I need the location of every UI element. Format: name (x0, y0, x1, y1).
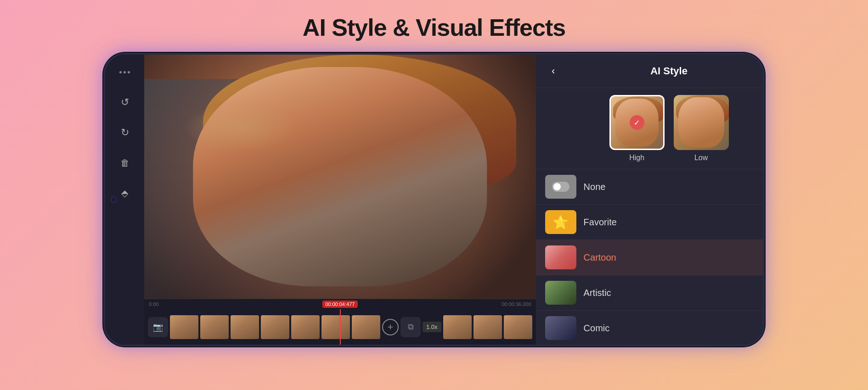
time-end: 00:00:36.000 (502, 301, 531, 307)
style-label-artistic: Artistic (584, 288, 765, 298)
track-thumb-6 (321, 315, 350, 339)
playhead (340, 309, 341, 345)
ai-style-header: ‹ AI Style 🏪 (536, 55, 765, 88)
thumb-face-low (678, 97, 724, 148)
phone-frame: ↺ ↻ 🗑 ⬘ (103, 53, 765, 346)
track-thumb-4 (261, 315, 289, 339)
style-thumb-comic (545, 316, 576, 340)
style-thumb-none (545, 175, 576, 199)
track-thumb-5 (291, 315, 320, 339)
add-clip-button[interactable]: + (382, 319, 399, 335)
style-item-cartoon[interactable]: Cartoon › (536, 240, 765, 275)
timeline-tracks[interactable]: 📷 + ⧉ 1.0x (144, 309, 536, 345)
style-label-comic: Comic (584, 323, 765, 334)
style-label-cartoon: Cartoon (584, 252, 765, 263)
redo-button[interactable]: ↻ (117, 124, 133, 141)
style-item-comic[interactable]: Comic › (536, 311, 765, 346)
video-preview (144, 55, 536, 299)
back-button[interactable]: ‹ (545, 63, 562, 79)
style-item-artistic[interactable]: Artistic › (536, 275, 765, 311)
portrait-face (193, 67, 487, 287)
undo-button[interactable]: ↺ (117, 94, 133, 111)
speed-badge[interactable]: 1.0x (423, 322, 441, 332)
right-panel-top: ‹ AI Style 🏪 ✓ High (536, 55, 765, 346)
style-thumb-cartoon (545, 245, 576, 269)
track-thumb-2 (200, 315, 229, 339)
style-thumb-artistic (545, 281, 576, 305)
quality-row: ✓ High Low (536, 88, 765, 169)
quality-low-label: Low (694, 154, 708, 162)
style-thumb-favorite: ⭐ (545, 210, 576, 234)
camera-dot (111, 196, 117, 203)
page-title: AI Style & Visual Effects (303, 0, 565, 53)
style-list: None › ⭐ Favorite › Cartoon › (536, 169, 765, 346)
checkmark-badge: ✓ (630, 115, 644, 130)
style-label-favorite: Favorite (584, 217, 765, 228)
track-thumb-7 (352, 315, 380, 339)
delete-button[interactable]: 🗑 (117, 155, 133, 171)
portrait-light (183, 103, 301, 152)
style-item-none[interactable]: None › (536, 169, 765, 205)
style-item-favorite[interactable]: ⭐ Favorite › (536, 205, 765, 240)
quality-low[interactable]: Low (674, 95, 729, 162)
toggle-knob (553, 183, 561, 190)
right-panel: ‹ AI Style 🏪 ✓ High (536, 55, 765, 345)
quality-high-thumbnail: ✓ (609, 95, 665, 150)
stacks-button[interactable]: ⬘ (117, 185, 133, 201)
timeline-area: 0:00 00:00:04:477 00:00:36.000 📷 + ⧉ (144, 299, 536, 345)
track-thumb-3 (231, 315, 259, 339)
portrait-background (144, 55, 536, 299)
track-thumb-10 (504, 315, 532, 339)
style-label-none: None (584, 182, 765, 192)
clip-icon-button[interactable]: 📷 (148, 317, 168, 337)
quality-low-thumbnail (674, 95, 729, 150)
track-thumb-1 (170, 315, 198, 339)
quality-high-label: High (629, 154, 644, 162)
main-content: 0:00 00:00:04:477 00:00:36.000 📷 + ⧉ (144, 55, 536, 345)
ai-style-title: AI Style (562, 65, 765, 77)
time-current: 00:00:04:477 (322, 301, 357, 308)
track-thumb-8 (443, 315, 472, 339)
split-button[interactable]: ⧉ (400, 317, 421, 337)
timeline-ruler: 0:00 00:00:04:477 00:00:36.000 (144, 299, 536, 309)
track-thumb-9 (473, 315, 502, 339)
time-start: 0:00 (149, 301, 158, 307)
toggle-switch (552, 182, 569, 192)
dots-icon[interactable] (117, 64, 133, 80)
page-wrapper: AI Style & Visual Effects ↺ ↻ 🗑 ⬘ (0, 0, 868, 390)
quality-high[interactable]: ✓ High (609, 95, 665, 162)
